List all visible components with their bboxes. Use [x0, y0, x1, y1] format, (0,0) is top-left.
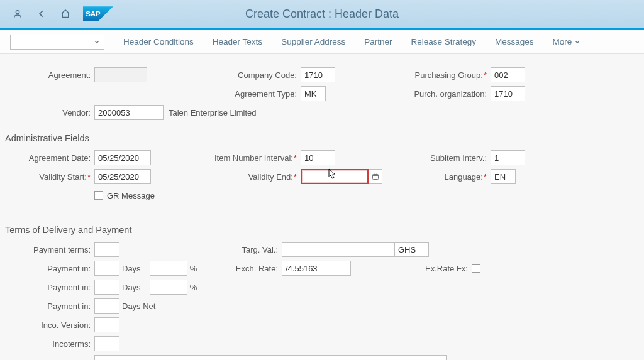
language-field[interactable] [491, 169, 516, 184]
company-code-label: Company Code: [208, 70, 301, 80]
svg-rect-3 [372, 175, 378, 180]
menu-header-conditions[interactable]: Header Conditions [123, 37, 194, 46]
menu-messages[interactable]: Messages [495, 37, 534, 46]
ex-rate-fx-label: Ex.Rate Fx: [409, 264, 472, 273]
sap-logo: SAP [83, 6, 113, 21]
currency-field[interactable] [394, 242, 429, 257]
agreement-type-field[interactable] [301, 86, 326, 101]
form-area: Agreement: Company Code: Purchasing Grou… [0, 54, 644, 360]
shell-bar: SAP Create Contract : Header Data [0, 0, 644, 28]
validity-end-label: Validity End: [208, 172, 301, 182]
pct-2-label: % [190, 283, 197, 292]
vendor-label: Vendor: [0, 108, 94, 117]
menu-header-texts[interactable]: Header Texts [213, 37, 262, 46]
payment-in-1-pct[interactable] [150, 261, 187, 276]
validity-start-field[interactable] [94, 169, 151, 184]
validity-start-label: Validity Start: [0, 172, 94, 182]
targ-val-label: Targ. Val.: [208, 245, 282, 254]
menu-more[interactable]: More [553, 37, 581, 46]
user-icon[interactable] [9, 5, 26, 23]
validity-end-datepicker-icon[interactable] [369, 169, 382, 184]
menu-more-label: More [553, 37, 572, 46]
company-code-field[interactable] [301, 67, 335, 82]
chevron-down-icon [574, 39, 580, 45]
payment-in-3-days[interactable] [94, 298, 119, 314]
purch-group-label: Purchasing Group: [396, 70, 491, 80]
targ-val-field[interactable] [282, 242, 395, 257]
payment-in-3-label: Payment in: [0, 302, 94, 311]
agreement-date-field[interactable] [94, 150, 151, 165]
agreement-label: Agreement: [0, 70, 94, 80]
menu-supplier-address[interactable]: Supplier Address [281, 37, 345, 46]
inco-version-field[interactable] [94, 317, 119, 332]
payment-in-2-days[interactable] [94, 280, 119, 295]
gr-message-checkbox[interactable] [94, 191, 103, 200]
incoterms-field[interactable] [94, 336, 119, 351]
vendor-description: Talen Enterprise Limited [164, 108, 256, 117]
inco-loc1-field[interactable] [94, 355, 447, 360]
days-1-label: Days [122, 264, 141, 273]
purch-group-field[interactable] [491, 67, 525, 82]
svg-point-0 [16, 11, 19, 14]
exch-rate-label: Exch. Rate: [208, 264, 282, 273]
gr-message-label: GR Message [107, 191, 155, 200]
back-icon[interactable] [33, 5, 50, 23]
section-admin: Administrative Fields [5, 133, 638, 143]
pct-1-label: % [190, 264, 197, 273]
agreement-type-label: Agreement Type: [208, 89, 301, 99]
item-interval-field[interactable] [301, 150, 335, 165]
validity-end-field[interactable] [301, 169, 369, 184]
command-dropdown[interactable] [10, 35, 104, 50]
days-net-label: Days Net [122, 302, 155, 311]
agreement-date-label: Agreement Date: [0, 153, 94, 163]
payment-in-2-label: Payment in: [0, 283, 94, 292]
inco-version-label: Inco. Version: [0, 320, 94, 330]
payment-in-2-pct[interactable] [150, 280, 187, 295]
payment-in-1-days[interactable] [94, 261, 119, 276]
incoterms-label: Incoterms: [0, 339, 94, 349]
days-2-label: Days [122, 283, 141, 292]
subitem-field[interactable] [491, 150, 525, 165]
purch-org-field[interactable] [491, 86, 525, 101]
subitem-label: Subitem Interv.: [396, 153, 491, 163]
home-icon[interactable] [57, 5, 74, 23]
purch-org-label: Purch. organization: [396, 89, 491, 99]
language-label: Language: [396, 172, 491, 182]
menu-release-strategy[interactable]: Release Strategy [411, 37, 476, 46]
svg-text:SAP: SAP [86, 10, 101, 18]
menu-partner[interactable]: Partner [364, 37, 392, 46]
section-terms: Terms of Delivery and Payment [5, 225, 638, 235]
payment-in-1-label: Payment in: [0, 264, 94, 273]
inco-loc1-label: Inco. Location1: [0, 358, 94, 361]
agreement-field[interactable] [94, 67, 147, 82]
item-interval-label: Item Number Interval: [208, 153, 301, 163]
payment-terms-label: Payment terms: [0, 245, 94, 254]
payment-terms-field[interactable] [94, 242, 119, 257]
menu-bar: Header Conditions Header Texts Supplier … [0, 30, 644, 54]
exch-rate-field[interactable] [282, 261, 351, 276]
ex-rate-fx-checkbox[interactable] [472, 264, 480, 273]
vendor-field[interactable] [94, 105, 164, 120]
